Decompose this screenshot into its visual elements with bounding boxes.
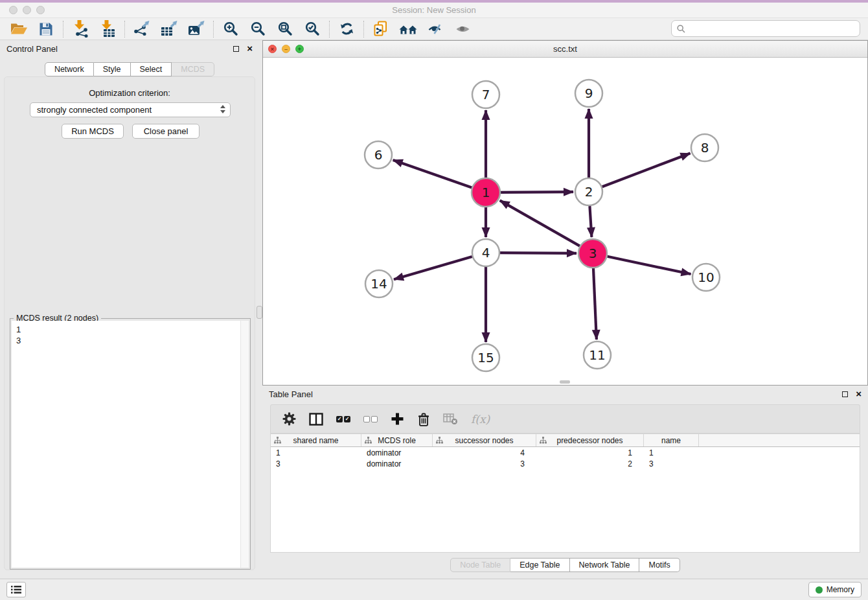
export-table-icon[interactable] — [155, 19, 183, 39]
search-icon — [677, 25, 685, 33]
delete-column-icon[interactable] — [443, 413, 458, 425]
edge-1-2[interactable] — [501, 192, 573, 192]
tab-select[interactable]: Select — [131, 62, 172, 76]
export-image-icon[interactable] — [183, 19, 210, 39]
apply-layout-icon[interactable] — [333, 19, 360, 39]
search-input[interactable] — [689, 24, 854, 34]
new-network-from-selection-icon[interactable] — [367, 19, 394, 39]
memory-button[interactable]: Memory — [808, 582, 862, 597]
network-graph[interactable]: 7968124314101511 — [263, 58, 867, 385]
select-all-icon[interactable]: ✓ ✓ — [336, 416, 350, 422]
node-6[interactable]: 6 — [365, 141, 392, 168]
edge-1-6[interactable] — [393, 160, 472, 188]
cell-name: 1 — [644, 448, 699, 457]
node-7[interactable]: 7 — [472, 81, 499, 108]
delete-icon[interactable] — [417, 412, 430, 426]
minimize-light[interactable]: – — [282, 45, 290, 53]
node-14[interactable]: 14 — [365, 270, 393, 297]
column-header-predecessor-nodes[interactable]: predecessor nodes — [536, 434, 644, 446]
node-3[interactable]: 3 — [578, 239, 607, 268]
window-traffic-lights[interactable] — [9, 6, 45, 14]
deselect-all-icon[interactable] — [363, 416, 378, 422]
table-row[interactable]: 1dominator411 — [271, 447, 860, 458]
import-table-icon[interactable] — [94, 19, 121, 39]
tab-edge-table[interactable]: Edge Table — [510, 558, 569, 572]
node-label: 15 — [477, 350, 494, 365]
close-light[interactable]: × — [268, 45, 277, 53]
criterion-dropdown[interactable]: strongly connected component — [30, 102, 231, 117]
zoom-fit-icon[interactable] — [271, 19, 299, 39]
first-neighbors-icon[interactable] — [394, 19, 422, 39]
close-panel-icon[interactable]: × — [247, 45, 253, 52]
node-2[interactable]: 2 — [575, 178, 602, 205]
edge-4-3[interactable] — [500, 253, 577, 253]
node-4[interactable]: 4 — [472, 239, 499, 266]
open-session-icon[interactable] — [5, 19, 32, 39]
node-1[interactable]: 1 — [472, 178, 500, 207]
zoom-in-icon[interactable] — [217, 19, 244, 39]
column-header-shared-name[interactable]: shared name — [271, 434, 361, 446]
result-scrollbar[interactable] — [240, 321, 249, 568]
mcds-panel: Optimization criterion: strongly connect… — [4, 76, 255, 570]
float-panel-icon[interactable] — [842, 391, 848, 397]
zoom-light[interactable] — [36, 6, 45, 14]
canvas-scrollbar[interactable] — [560, 380, 570, 384]
network-window-titlebar[interactable]: × – + scc.txt — [263, 41, 867, 58]
function-builder-icon[interactable]: f(x) — [471, 413, 490, 426]
node-10[interactable]: 10 — [692, 264, 720, 291]
tab-mcds[interactable]: MCDS — [172, 62, 214, 76]
node-table[interactable]: shared nameMCDS rolesuccessor nodesprede… — [270, 433, 860, 553]
close-light[interactable] — [9, 6, 17, 14]
save-session-icon[interactable] — [32, 19, 60, 39]
add-icon[interactable] — [391, 412, 404, 426]
node-label: 4 — [482, 245, 490, 260]
network-traffic-lights[interactable]: × – + — [268, 45, 304, 53]
dropdown-stepper-icon — [220, 105, 225, 113]
node-9[interactable]: 9 — [575, 80, 602, 107]
tab-motifs[interactable]: Motifs — [639, 558, 680, 572]
table-options-gear-icon[interactable] — [282, 412, 296, 426]
tab-network-table[interactable]: Network Table — [570, 558, 640, 572]
float-panel-icon[interactable] — [233, 46, 239, 52]
control-panel-tabs: NetworkStyleSelectMCDS — [0, 62, 259, 76]
tab-network[interactable]: Network — [45, 62, 94, 76]
mcds-result-area[interactable]: 1 3 — [12, 321, 249, 568]
minimize-light[interactable] — [23, 6, 31, 14]
import-network-icon[interactable] — [67, 19, 94, 39]
zoom-light[interactable]: + — [295, 45, 304, 53]
edge-2-3[interactable] — [589, 206, 591, 237]
node-label: 8 — [701, 140, 709, 156]
show-all-icon[interactable] — [449, 19, 476, 39]
table-body: 1dominator4113dominator323 — [271, 447, 860, 469]
hide-unselected-icon[interactable] — [422, 19, 449, 39]
checked-box-icon: ✓ — [336, 416, 343, 422]
close-panel-icon[interactable]: × — [856, 391, 862, 397]
zoom-selected-icon[interactable] — [299, 19, 326, 39]
statusbar: Memory — [0, 579, 868, 600]
network-title: scc.txt — [263, 41, 867, 57]
column-view-icon[interactable] — [309, 413, 323, 426]
tab-style[interactable]: Style — [94, 62, 131, 76]
node-15[interactable]: 15 — [472, 344, 499, 371]
close-panel-button[interactable]: Close panel — [132, 124, 200, 139]
run-mcds-button[interactable]: Run MCDS — [62, 124, 124, 139]
edge-3-1[interactable] — [500, 200, 580, 246]
column-header-successor-nodes[interactable]: successor nodes — [433, 434, 536, 446]
search-box[interactable] — [671, 20, 860, 37]
column-header-name[interactable]: name — [644, 434, 699, 446]
node-8[interactable]: 8 — [691, 134, 718, 161]
tab-node-table[interactable]: Node Table — [450, 558, 510, 572]
edge-3-10[interactable] — [608, 257, 691, 274]
task-history-button[interactable] — [6, 582, 26, 597]
splitter-grip[interactable] — [257, 306, 262, 319]
unchecked-box-icon — [371, 416, 378, 422]
column-header-mcds-role[interactable]: MCDS role — [361, 434, 433, 446]
edge-3-11[interactable] — [593, 268, 597, 340]
export-network-icon[interactable] — [128, 19, 155, 39]
table-row[interactable]: 3dominator323 — [271, 458, 860, 469]
edge-4-14[interactable] — [394, 257, 472, 279]
task-history-icon — [11, 585, 21, 594]
edge-2-8[interactable] — [602, 154, 691, 187]
node-11[interactable]: 11 — [584, 341, 611, 369]
zoom-out-icon[interactable] — [244, 19, 271, 39]
